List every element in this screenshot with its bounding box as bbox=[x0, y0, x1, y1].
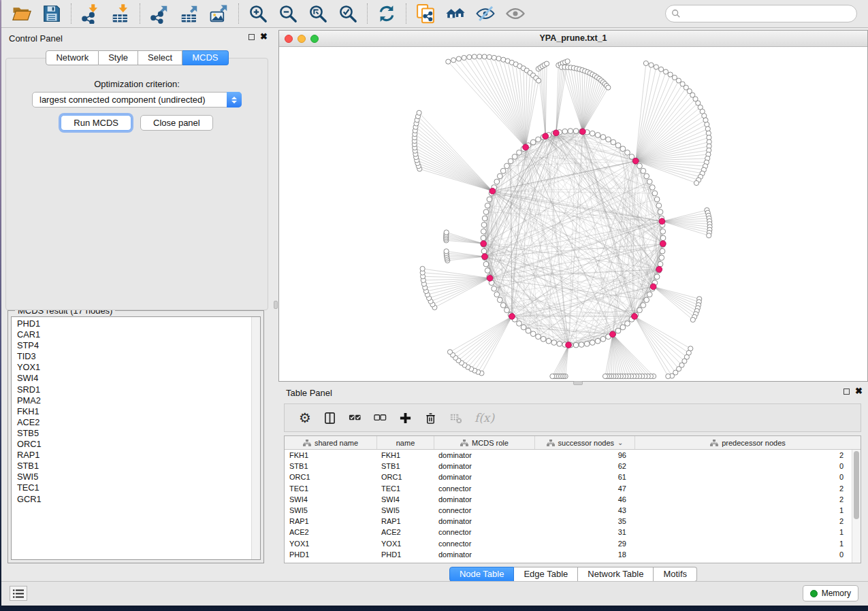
tab-network-table[interactable]: Network Table bbox=[578, 567, 654, 582]
mcds-result-item[interactable]: ACE2 bbox=[17, 417, 251, 428]
column-header-shared-name[interactable]: shared name bbox=[285, 436, 376, 449]
export-network-icon[interactable] bbox=[149, 3, 170, 24]
search-field[interactable] bbox=[665, 5, 857, 22]
select-all-rows-icon[interactable] bbox=[349, 412, 361, 425]
create-column-icon[interactable] bbox=[399, 412, 412, 425]
table-row[interactable]: SWI4SWI4dominator462 bbox=[285, 494, 852, 505]
mcds-result-item[interactable]: ORC1 bbox=[17, 439, 251, 450]
criterion-dropdown[interactable]: largest connected component (undirected) bbox=[32, 92, 242, 108]
table-row[interactable]: TEC1TEC1connector472 bbox=[285, 483, 852, 494]
table-cell: 61 bbox=[534, 473, 634, 481]
column-header-name[interactable]: name bbox=[376, 436, 434, 449]
mcds-result-item[interactable]: YOX1 bbox=[17, 362, 251, 373]
export-image-icon[interactable] bbox=[209, 3, 229, 24]
mcds-list-scrollbar[interactable] bbox=[251, 317, 260, 559]
float-table-panel-icon[interactable] bbox=[843, 389, 850, 395]
table-cell: STB1 bbox=[376, 462, 434, 470]
refresh-icon[interactable] bbox=[376, 3, 397, 24]
first-neighbors-icon[interactable] bbox=[445, 3, 466, 24]
tab-style[interactable]: Style bbox=[99, 50, 138, 65]
table-row[interactable]: STB1STB1dominator620 bbox=[285, 461, 852, 472]
float-panel-icon[interactable] bbox=[248, 34, 255, 40]
tab-select[interactable]: Select bbox=[138, 50, 182, 65]
mcds-result-item[interactable]: FKH1 bbox=[17, 406, 251, 417]
show-panel-list-button[interactable] bbox=[10, 586, 27, 601]
mcds-result-item[interactable]: TEC1 bbox=[17, 482, 251, 493]
table-scrollbar[interactable] bbox=[852, 450, 861, 563]
tab-node-table[interactable]: Node Table bbox=[449, 567, 515, 582]
tab-motifs[interactable]: Motifs bbox=[654, 567, 697, 582]
memory-button-label: Memory bbox=[822, 589, 851, 598]
table-row[interactable]: PHD1PHD1dominator180 bbox=[285, 549, 852, 560]
table-row[interactable]: SWI5SWI5connector431 bbox=[285, 505, 852, 516]
zoom-fit-icon[interactable] bbox=[308, 3, 328, 24]
column-header-predecessor-nodes[interactable]: predecessor nodes bbox=[634, 436, 861, 449]
memory-button[interactable]: Memory bbox=[803, 585, 858, 601]
close-panel-button[interactable]: Close panel bbox=[140, 115, 213, 131]
table-cell: RAP1 bbox=[376, 517, 434, 525]
split-panel-icon[interactable] bbox=[323, 412, 336, 425]
mcds-result-item[interactable]: CAR1 bbox=[17, 329, 251, 340]
vertical-splitter[interactable] bbox=[273, 29, 278, 581]
network-canvas-svg[interactable] bbox=[279, 47, 867, 381]
mcds-result-item[interactable]: TID3 bbox=[17, 351, 251, 362]
mcds-result-item[interactable]: SRD1 bbox=[17, 384, 251, 395]
mcds-result-item[interactable]: GCR1 bbox=[17, 494, 251, 505]
save-session-icon[interactable] bbox=[42, 3, 62, 24]
zoom-out-icon[interactable] bbox=[278, 3, 298, 24]
mcds-result-item[interactable]: SWI5 bbox=[17, 472, 251, 482]
table-cell: SWI5 bbox=[376, 506, 434, 514]
table-mode-gear-icon[interactable]: ⚙ bbox=[299, 411, 311, 425]
table-panel: Table Panel ✖ ⚙ f(x) shared namenameMCDS… bbox=[278, 383, 868, 581]
network-canvas[interactable] bbox=[279, 47, 867, 381]
horizontal-splitter-grip[interactable] bbox=[573, 381, 583, 385]
table-row[interactable]: FKH1FKH1dominator962 bbox=[285, 450, 852, 461]
open-session-icon[interactable] bbox=[12, 3, 32, 24]
table-cell: PHD1 bbox=[285, 550, 376, 559]
table-cell: TEC1 bbox=[285, 484, 376, 493]
run-mcds-button[interactable]: Run MCDS bbox=[61, 115, 131, 131]
close-table-panel-icon[interactable]: ✖ bbox=[855, 388, 863, 395]
control-panel: Control Panel ✖ Network Style Select MCD… bbox=[1, 29, 273, 581]
column-header-MCDS-role[interactable]: MCDS role bbox=[434, 436, 534, 449]
tab-mcds[interactable]: MCDS bbox=[182, 50, 228, 65]
export-table-icon[interactable] bbox=[179, 3, 199, 24]
tab-edge-table[interactable]: Edge Table bbox=[514, 567, 578, 582]
deselect-all-rows-icon[interactable] bbox=[374, 412, 387, 425]
hide-selected-icon[interactable] bbox=[475, 3, 496, 24]
show-all-icon[interactable] bbox=[505, 3, 526, 24]
network-window-titlebar[interactable]: YPA_prune.txt_1 bbox=[279, 31, 867, 47]
zoom-in-icon[interactable] bbox=[248, 3, 268, 24]
close-panel-icon[interactable]: ✖ bbox=[260, 33, 268, 40]
status-bar: Memory bbox=[1, 581, 868, 606]
mcds-result-item[interactable]: RAP1 bbox=[17, 450, 251, 461]
table-row[interactable]: ACE2ACE2connector311 bbox=[285, 527, 852, 538]
function-builder-icon: f(x) bbox=[475, 411, 494, 425]
table-toolbar: ⚙ f(x) bbox=[284, 403, 861, 432]
search-input[interactable] bbox=[681, 7, 856, 20]
table-cell: 0 bbox=[634, 462, 852, 470]
mcds-result-item[interactable]: STP4 bbox=[17, 340, 251, 351]
zoom-selected-icon[interactable] bbox=[338, 3, 358, 24]
table-cell: FKH1 bbox=[376, 451, 434, 459]
delete-columns-icon[interactable] bbox=[424, 412, 437, 425]
toolbar-separator bbox=[238, 3, 239, 24]
column-header-successor-nodes[interactable]: successor nodes⌄ bbox=[534, 436, 634, 449]
mcds-result-item[interactable]: SWI4 bbox=[17, 373, 251, 384]
toolbar-separator bbox=[406, 3, 406, 24]
splitter-grip[interactable] bbox=[274, 301, 278, 309]
import-table-icon[interactable] bbox=[110, 3, 131, 24]
table-cell: 2 bbox=[634, 495, 852, 503]
tab-network[interactable]: Network bbox=[46, 50, 99, 65]
table-row[interactable]: RAP1RAP1dominator352 bbox=[285, 516, 852, 527]
table-row[interactable]: ORC1ORC1dominator610 bbox=[285, 472, 852, 482]
import-network-icon[interactable] bbox=[80, 3, 101, 24]
mcds-result-item[interactable]: PHD1 bbox=[17, 318, 251, 329]
clone-network-icon[interactable] bbox=[415, 3, 436, 24]
mcds-result-item[interactable]: STB5 bbox=[17, 428, 251, 439]
table-cell: 2 bbox=[634, 484, 852, 493]
table-row[interactable]: YOX1YOX1connector291 bbox=[285, 538, 852, 549]
mcds-result-item[interactable]: PMA2 bbox=[17, 395, 251, 406]
mcds-result-item[interactable]: STB1 bbox=[17, 461, 251, 472]
table-scrollbar-thumb[interactable] bbox=[854, 451, 859, 519]
